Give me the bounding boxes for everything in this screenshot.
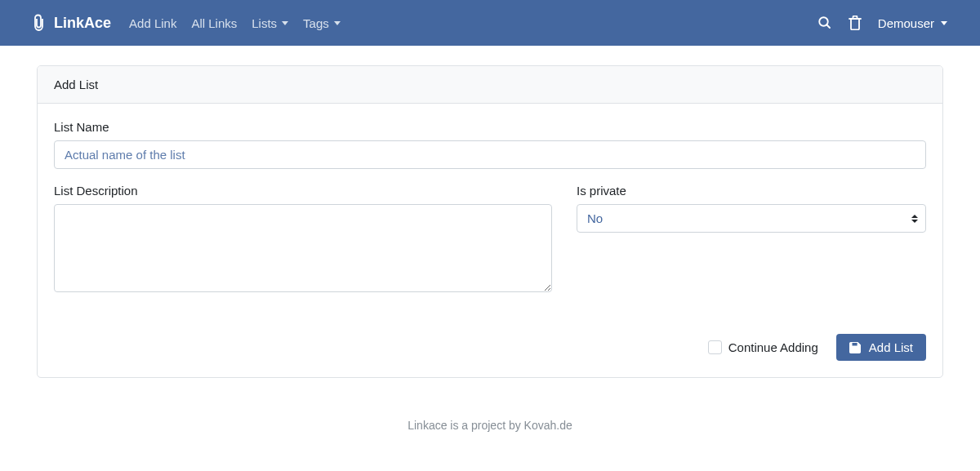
nav-add-link[interactable]: Add Link [129,16,176,30]
main-container: Add List List Name List Description Is p… [37,46,943,398]
private-label: Is private [577,184,926,198]
nav-tags-label: Tags [303,16,329,30]
search-button[interactable] [817,16,832,30]
list-name-group: List Name [54,120,926,169]
list-name-input[interactable] [54,140,926,169]
add-list-card: Add List List Name List Description Is p… [37,65,943,378]
chevron-down-icon [282,21,288,25]
description-col: List Description [54,184,552,309]
save-icon [849,342,861,353]
footer: Linkace is a project by Kovah.de [0,398,980,453]
user-name: Demouser [878,16,934,30]
search-icon [817,16,832,30]
card-header: Add List [38,66,942,104]
footer-text: Linkace is a project by [408,419,523,432]
card-body: List Name List Description Is private [38,104,942,377]
private-select[interactable]: No [577,204,926,233]
nav-tags[interactable]: Tags [303,16,341,30]
description-textarea[interactable] [54,204,552,292]
private-col: Is private No [577,184,926,309]
navbar-right: Demouser [817,16,947,30]
trash-icon [849,16,862,30]
nav-lists-label: Lists [252,16,277,30]
description-label: List Description [54,184,552,198]
add-list-button-label: Add List [869,340,913,354]
svg-line-1 [826,24,830,28]
footer-link[interactable]: Kovah.de [524,419,572,432]
trash-button[interactable] [849,16,862,30]
brand-link[interactable]: LinkAce [33,14,111,32]
nav-all-links[interactable]: All Links [191,16,237,30]
continue-adding-checkbox[interactable] [708,340,722,354]
user-menu[interactable]: Demouser [878,16,947,30]
description-group: List Description [54,184,552,295]
add-list-button[interactable]: Add List [836,334,926,361]
continue-adding-group: Continue Adding [708,340,818,354]
nav-links: Add Link All Links Lists Tags [129,16,341,30]
form-row: List Description Is private No [54,184,926,309]
continue-adding-label: Continue Adding [728,340,818,354]
nav-lists[interactable]: Lists [252,16,288,30]
navbar: LinkAce Add Link All Links Lists Tags [0,0,980,46]
form-actions: Continue Adding Add List [54,334,926,361]
list-name-label: List Name [54,120,926,134]
chevron-down-icon [334,21,341,25]
private-group: Is private No [577,184,926,233]
private-select-wrapper: No [577,204,926,233]
brand-text: LinkAce [54,15,111,32]
chevron-down-icon [941,21,947,25]
paperclip-icon [33,14,46,32]
